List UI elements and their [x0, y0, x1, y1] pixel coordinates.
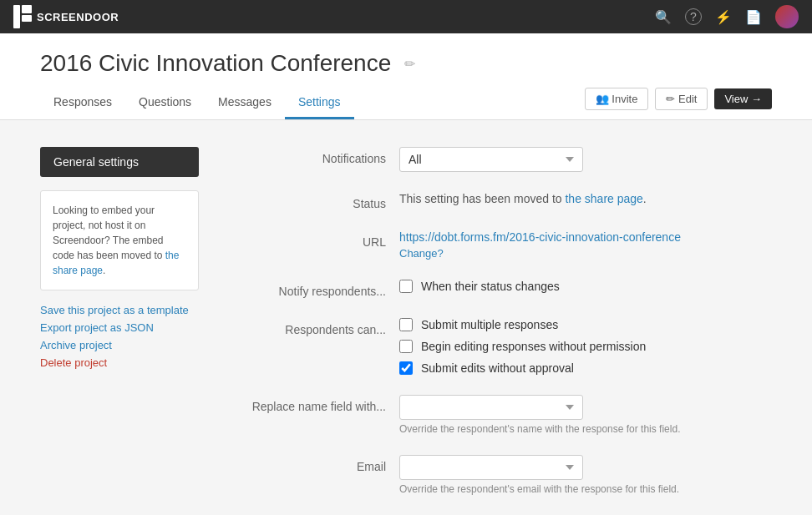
share-page-link-status[interactable]: the share page [565, 192, 642, 205]
nav-left: SCREENDOOR [13, 5, 119, 28]
url-row: URL https://dobt.forms.fm/2016-civic-inn… [219, 230, 772, 260]
sidebar-embed-notice: Looking to embed your project, not host … [40, 190, 199, 290]
status-row: Status This setting has been moved to th… [219, 192, 772, 210]
sidebar-links: Save this project as a template Export p… [40, 304, 199, 369]
app-name: SCREENDOOR [37, 11, 119, 23]
edit-title-button[interactable]: ✏ [401, 53, 419, 75]
notify-respondents-label: Notify respondents... [219, 280, 386, 298]
email-label: Email [219, 455, 386, 473]
invite-label: Invite [612, 93, 637, 105]
status-text-prefix: This setting has been moved to [399, 192, 565, 205]
view-button[interactable]: View → [714, 88, 772, 109]
search-icon[interactable]: 🔍 [655, 9, 672, 25]
app-logo[interactable]: SCREENDOOR [13, 5, 119, 28]
respondents-can-control: Submit multiple responses Begin editing … [399, 318, 772, 375]
email-help: Override the respondent's email with the… [399, 483, 772, 495]
edit-label: Edit [678, 93, 697, 105]
svg-rect-2 [22, 15, 32, 22]
nav-right: 🔍 ? ⚡ 📄 [655, 5, 799, 28]
archive-project-link[interactable]: Archive project [40, 339, 199, 351]
embed-notice-suffix: . [103, 265, 105, 276]
notify-status-changes-item: When their status changes [399, 280, 772, 293]
replace-name-control: Override the respondent's name with the … [399, 395, 772, 435]
multiple-responses-label: Submit multiple responses [421, 318, 558, 331]
header-actions: 👥 Invite ✏ Edit View → [585, 88, 772, 119]
sidebar-general-settings[interactable]: General settings [40, 147, 199, 177]
edit-button[interactable]: ✏ Edit [655, 88, 708, 110]
status-text: This setting has been moved to the share… [399, 187, 647, 205]
email-control: Override the respondent's email with the… [399, 455, 772, 495]
project-title-row: 2016 Civic Innovation Conference ✏ [40, 50, 772, 77]
tab-messages[interactable]: Messages [205, 87, 285, 119]
file-icon[interactable]: 📄 [745, 9, 762, 25]
email-dropdown[interactable] [399, 455, 583, 480]
respondents-can-label: Respondents can... [219, 318, 386, 336]
settings-form: Notifications All None Important Status … [219, 147, 772, 495]
replace-name-dropdown[interactable] [399, 395, 583, 420]
settings-content: Notifications All None Important Status … [219, 147, 772, 515]
respondents-can-row: Respondents can... Submit multiple respo… [219, 318, 772, 375]
url-control: https://dobt.forms.fm/2016-civic-innovat… [399, 230, 772, 260]
svg-rect-0 [13, 5, 20, 28]
submit-without-approval-checkbox[interactable] [399, 361, 413, 375]
tab-responses[interactable]: Responses [40, 87, 125, 119]
notify-checkbox-group: When their status changes [399, 280, 772, 293]
main-content: General settings Looking to embed your p… [0, 120, 812, 515]
notifications-control: All None Important [399, 147, 772, 172]
begin-editing-item: Begin editing responses without permissi… [399, 340, 772, 353]
project-title: 2016 Civic Innovation Conference [40, 50, 391, 77]
help-icon[interactable]: ? [685, 8, 702, 25]
submit-without-approval-item: Submit edits without approval [399, 361, 772, 375]
status-changes-label: When their status changes [421, 280, 560, 293]
notify-respondents-row: Notify respondents... When their status … [219, 280, 772, 298]
replace-name-help: Override the respondent's name with the … [399, 423, 772, 435]
logo-icon [13, 5, 32, 28]
respondents-checkbox-group: Submit multiple responses Begin editing … [399, 318, 772, 375]
url-change-link[interactable]: Change? [399, 247, 772, 260]
subheader: 2016 Civic Innovation Conference ✏ Respo… [0, 33, 812, 120]
pencil-icon: ✏ [666, 93, 675, 105]
export-json-link[interactable]: Export project as JSON [40, 321, 199, 334]
url-value: https://dobt.forms.fm/2016-civic-innovat… [399, 230, 681, 244]
embed-notice-text: Looking to embed your project, not host … [53, 204, 165, 261]
tab-settings[interactable]: Settings [285, 87, 354, 119]
notifications-dropdown[interactable]: All None Important [399, 147, 583, 172]
save-template-link[interactable]: Save this project as a template [40, 304, 199, 316]
begin-editing-label: Begin editing responses without permissi… [421, 340, 646, 353]
status-label: Status [219, 192, 386, 210]
notify-respondents-control: When their status changes [399, 280, 772, 293]
top-navigation: SCREENDOOR 🔍 ? ⚡ 📄 [0, 0, 812, 33]
email-row: Email Override the respondent's email wi… [219, 455, 772, 495]
tabs-row: Responses Questions Messages Settings 👥 … [40, 87, 772, 119]
begin-editing-checkbox[interactable] [399, 340, 413, 353]
delete-project-link[interactable]: Delete project [40, 356, 199, 369]
replace-name-label: Replace name field with... [219, 395, 386, 413]
invite-icon: 👥 [596, 93, 609, 105]
status-changes-checkbox[interactable] [399, 280, 413, 293]
notifications-row: Notifications All None Important [219, 147, 772, 172]
bolt-icon[interactable]: ⚡ [715, 9, 732, 25]
url-label: URL [219, 230, 386, 249]
sidebar: General settings Looking to embed your p… [40, 147, 199, 515]
multiple-responses-checkbox[interactable] [399, 318, 413, 331]
multiple-responses-item: Submit multiple responses [399, 318, 772, 331]
tab-questions[interactable]: Questions [125, 87, 205, 119]
user-avatar[interactable] [775, 5, 799, 28]
invite-button[interactable]: 👥 Invite [585, 88, 649, 110]
replace-name-row: Replace name field with... Override the … [219, 395, 772, 435]
status-control: This setting has been moved to the share… [399, 192, 772, 205]
tab-bar: Responses Questions Messages Settings [40, 87, 354, 119]
submit-without-approval-label: Submit edits without approval [421, 361, 574, 375]
notifications-label: Notifications [219, 147, 386, 165]
svg-rect-1 [22, 5, 32, 13]
status-text-suffix: . [643, 192, 647, 205]
